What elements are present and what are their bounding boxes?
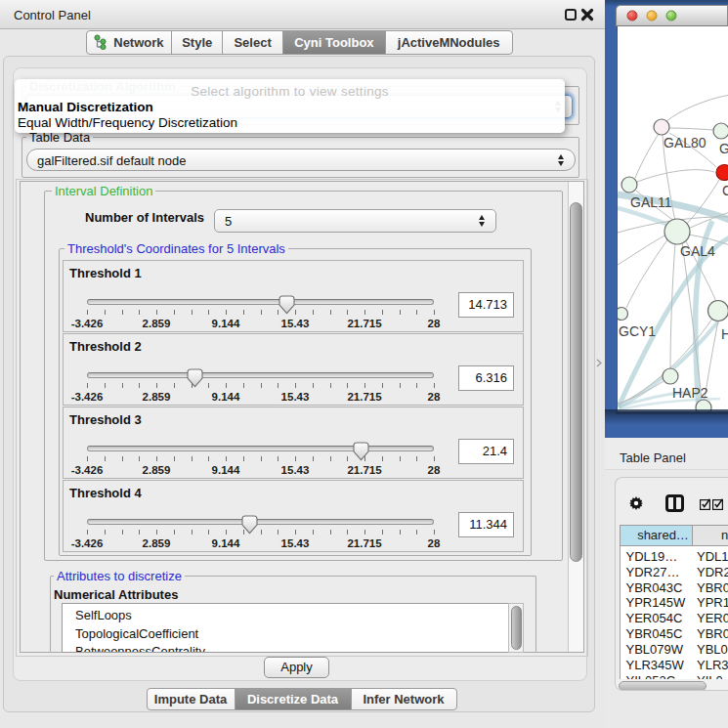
svg-text:HAP2: HAP2 [672, 385, 708, 401]
svg-text:GCY1: GCY1 [619, 323, 656, 339]
svg-text:GAL11: GAL11 [630, 194, 672, 210]
svg-text:GAL80: GAL80 [664, 135, 707, 150]
svg-text:C: C [722, 183, 728, 198]
svg-text:GAL4: GAL4 [680, 243, 715, 259]
svg-text:G.: G. [719, 141, 728, 156]
svg-text:H: H [721, 326, 728, 342]
